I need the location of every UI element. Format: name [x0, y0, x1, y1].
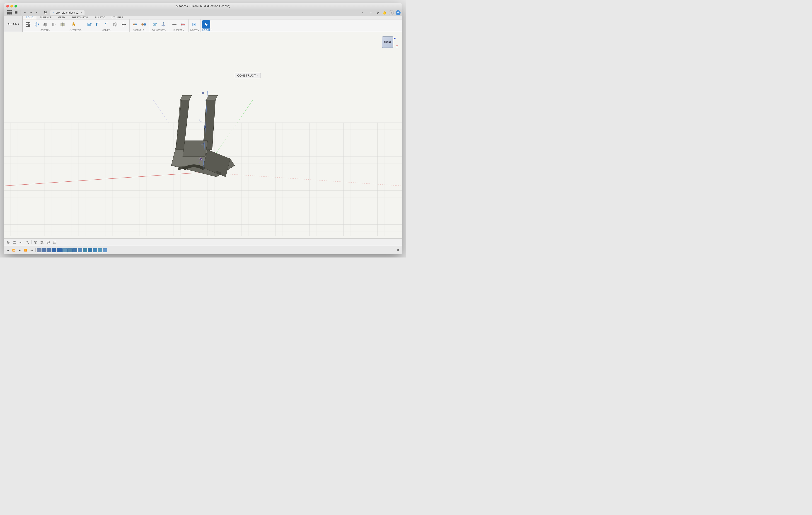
- timeline-forward-end-button[interactable]: ⏭: [29, 248, 34, 253]
- more-create-button[interactable]: [58, 20, 67, 29]
- svg-point-50: [204, 126, 206, 128]
- home-view-button[interactable]: [5, 240, 11, 245]
- window-close-button[interactable]: ×: [360, 10, 365, 15]
- timeline-item-7[interactable]: [67, 248, 72, 252]
- display-settings-button[interactable]: [39, 240, 45, 245]
- close-button[interactable]: [6, 5, 9, 7]
- joint-button[interactable]: [131, 20, 139, 29]
- create-sketch-button[interactable]: [33, 20, 41, 29]
- timeline-play-button[interactable]: ▶: [17, 248, 22, 253]
- timeline-item-5[interactable]: [57, 248, 62, 252]
- shell-button[interactable]: [111, 20, 119, 29]
- traffic-lights: [6, 5, 17, 7]
- svg-point-64: [14, 242, 15, 243]
- timeline-item-9[interactable]: [78, 248, 82, 252]
- press-pull-button[interactable]: [85, 20, 93, 29]
- chamfer-button[interactable]: [103, 20, 111, 29]
- add-tab-button[interactable]: +: [368, 10, 373, 15]
- tabbar-right-buttons: × + ↻ 🔔 ? YL: [360, 10, 401, 15]
- notifications-bell[interactable]: 🔔: [382, 10, 387, 15]
- redo-dropdown[interactable]: ▾: [34, 10, 39, 15]
- grid-toggle-button[interactable]: [52, 240, 57, 245]
- svg-point-52: [199, 119, 202, 122]
- settings-button[interactable]: ⚙: [396, 248, 401, 253]
- tab-utilities[interactable]: UTILITIES: [108, 16, 126, 19]
- svg-rect-14: [88, 24, 90, 26]
- apps-grid-icon[interactable]: [7, 10, 13, 16]
- zoom-button[interactable]: [25, 240, 30, 245]
- cube-front-face[interactable]: FRONT: [382, 36, 393, 48]
- timeline-item-8[interactable]: [72, 248, 77, 252]
- svg-rect-28: [144, 24, 146, 25]
- insert-button[interactable]: [190, 20, 198, 29]
- save-button[interactable]: 💾: [43, 10, 48, 15]
- timeline-item-2[interactable]: [42, 248, 47, 252]
- timeline-back-button[interactable]: ⏪: [11, 248, 16, 253]
- svg-point-55: [200, 158, 202, 160]
- timeline-item-13[interactable]: [98, 248, 102, 252]
- tab-mesh[interactable]: MESH: [55, 16, 68, 19]
- navigation-cube[interactable]: Z FRONT X: [382, 36, 398, 52]
- svg-rect-77: [42, 243, 43, 244]
- inspect-label: INSPECT ▾: [170, 29, 187, 31]
- extrude-button[interactable]: [41, 20, 49, 29]
- revolve-button[interactable]: [50, 20, 58, 29]
- tab-solid[interactable]: SOLID: [23, 16, 36, 19]
- tab-filename: proj_steamdeck v1: [56, 11, 79, 14]
- automate-button[interactable]: [69, 20, 78, 29]
- select-button[interactable]: [202, 20, 210, 29]
- svg-point-66: [20, 242, 21, 243]
- section-analysis-button[interactable]: [179, 20, 187, 29]
- timeline-forward-button[interactable]: ⏩: [23, 248, 28, 253]
- user-avatar[interactable]: YL: [396, 10, 401, 15]
- timeline-item-11[interactable]: [88, 248, 92, 252]
- timeline-item-10[interactable]: [83, 248, 87, 252]
- timeline-item-4[interactable]: [52, 248, 56, 252]
- undo-redo-group: ↩ ↪ ▾: [21, 10, 41, 15]
- help-button[interactable]: ?: [389, 10, 394, 15]
- fillet-button[interactable]: [94, 20, 102, 29]
- maximize-button[interactable]: [14, 5, 17, 7]
- measure-button[interactable]: [170, 20, 178, 29]
- as-built-joint-button[interactable]: [140, 20, 148, 29]
- x-axis-label: X: [396, 45, 398, 48]
- timeline-item-6[interactable]: [62, 248, 67, 252]
- menu-icon[interactable]: ☰: [13, 10, 19, 15]
- timeline-back-end-button[interactable]: ⏮: [5, 248, 10, 253]
- view-cube-button[interactable]: [33, 240, 38, 245]
- tab-sheet-metal[interactable]: SHEET METAL: [68, 16, 91, 19]
- construct-tools: [151, 20, 168, 29]
- svg-line-48: [203, 91, 207, 172]
- timeline-item-14[interactable]: [103, 248, 107, 252]
- file-tab[interactable]: ✓ proj_steamdeck v1 ×: [50, 10, 85, 15]
- assemble-label: ASSEMBLE ▾: [131, 29, 148, 31]
- minimize-button[interactable]: [10, 5, 13, 7]
- environment-button[interactable]: [46, 240, 51, 245]
- camera-button[interactable]: [12, 240, 17, 245]
- svg-line-68: [28, 243, 29, 244]
- create-tools: [24, 20, 67, 29]
- refresh-button[interactable]: ↻: [375, 10, 380, 15]
- svg-rect-75: [42, 241, 43, 242]
- svg-marker-22: [122, 24, 122, 25]
- svg-point-54: [201, 144, 203, 146]
- create-label: CREATE ▾: [24, 29, 67, 31]
- pan-button[interactable]: [18, 240, 24, 245]
- window-title: Autodesk Fusion 360 (Education License): [176, 4, 230, 8]
- timeline-item-1[interactable]: [37, 248, 41, 252]
- move-button[interactable]: [120, 20, 128, 29]
- tab-close-icon[interactable]: ×: [81, 11, 82, 14]
- viewport[interactable]: Z FRONT X CONSTRUCT >: [4, 32, 402, 239]
- tab-surface[interactable]: SURFACE: [36, 16, 55, 19]
- timeline-item-12[interactable]: [93, 248, 97, 252]
- tab-plastic[interactable]: PLASTIC: [92, 16, 109, 19]
- design-dropdown-button[interactable]: DESIGN ▾: [4, 16, 23, 32]
- undo-button[interactable]: ↩: [23, 10, 27, 15]
- timeline-item-3[interactable]: [47, 248, 52, 252]
- construct-plane-button[interactable]: [159, 20, 168, 29]
- new-component-button[interactable]: [24, 20, 32, 29]
- offset-plane-button[interactable]: [151, 20, 159, 29]
- redo-button[interactable]: ↪: [28, 10, 33, 15]
- svg-point-56: [198, 159, 201, 162]
- toolbar-tools-row: CREATE ▾ AUTOMATE ▾: [23, 20, 402, 32]
